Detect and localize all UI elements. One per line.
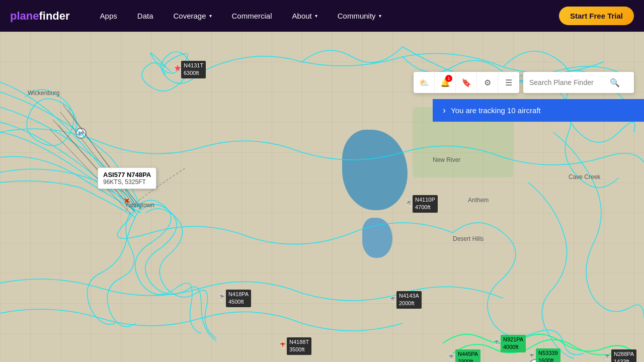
svg-marker-14 — [447, 352, 455, 360]
nav-about[interactable]: About ▾ — [282, 0, 328, 32]
nav-community[interactable]: Community ▾ — [328, 0, 391, 32]
search-icon[interactable]: 🔍 — [610, 78, 620, 87]
weather-icon: ⛅ — [419, 78, 429, 87]
weather-button[interactable]: ⛅ — [414, 72, 435, 93]
bookmark-button[interactable]: 🔖 — [456, 72, 477, 93]
svg-marker-15 — [493, 338, 501, 346]
map-toolbar: ⛅ 🔔 1 🔖 ⚙ ☰ — [414, 72, 519, 93]
svg-marker-16 — [528, 351, 536, 359]
nav-coverage[interactable]: Coverage ▾ — [163, 0, 221, 32]
nav-apps[interactable]: Apps — [90, 0, 127, 32]
svg-marker-10 — [121, 195, 132, 206]
aircraft-icon-N288PA — [603, 351, 612, 360]
aircraft-icon-N921PA — [492, 337, 501, 346]
aircraft-icon-N418PA — [217, 292, 226, 301]
navbar: planefinder Apps Data Coverage ▾ Commerc… — [0, 0, 644, 32]
aircraft-icon-N4110P — [404, 198, 414, 208]
notifications-button[interactable]: 🔔 1 — [435, 72, 456, 93]
aircraft-icon-N748PA — [121, 195, 132, 206]
gear-icon: ⚙ — [484, 78, 491, 87]
more-icon: ☰ — [505, 78, 512, 87]
search-bar[interactable]: 🔍 — [523, 72, 634, 93]
aircraft-icon-N4188T — [278, 340, 287, 349]
svg-marker-11 — [217, 292, 226, 301]
about-chevron-icon: ▾ — [315, 13, 317, 19]
tracking-text: You are tracking 10 aircraft — [451, 106, 541, 115]
svg-marker-9 — [404, 198, 414, 208]
logo: planefinder — [10, 10, 70, 23]
nav-commercial[interactable]: Commercial — [222, 0, 282, 32]
aircraft-icon-N53339 — [527, 351, 536, 360]
aircraft-icon-N445PA — [447, 352, 456, 361]
nav-links: Apps Data Coverage ▾ Commercial About ▾ … — [90, 0, 559, 32]
aircraft-icon-N4131T — [173, 63, 183, 73]
highway-60-badge: 60 — [75, 128, 87, 139]
aircraft-icon-N4143A — [388, 294, 397, 303]
settings-button[interactable]: ⚙ — [477, 72, 498, 93]
tracking-banner[interactable]: › You are tracking 10 aircraft — [433, 99, 644, 122]
svg-marker-8 — [174, 64, 182, 72]
water-body-small — [362, 218, 392, 258]
start-free-trial-button[interactable]: Start Free Trial — [559, 7, 634, 25]
coverage-chevron-icon: ▾ — [209, 13, 212, 19]
map-container[interactable]: 60 51 — [0, 32, 644, 362]
bookmark-icon: 🔖 — [461, 78, 471, 87]
notification-badge: 1 — [445, 75, 452, 82]
svg-marker-12 — [388, 294, 397, 303]
svg-marker-17 — [603, 352, 611, 360]
svg-marker-13 — [279, 340, 287, 348]
nav-data[interactable]: Data — [127, 0, 164, 32]
more-button[interactable]: ☰ — [498, 72, 519, 93]
tracking-arrow-icon: › — [443, 105, 446, 116]
search-input[interactable] — [529, 78, 610, 86]
community-chevron-icon: ▾ — [379, 13, 381, 19]
